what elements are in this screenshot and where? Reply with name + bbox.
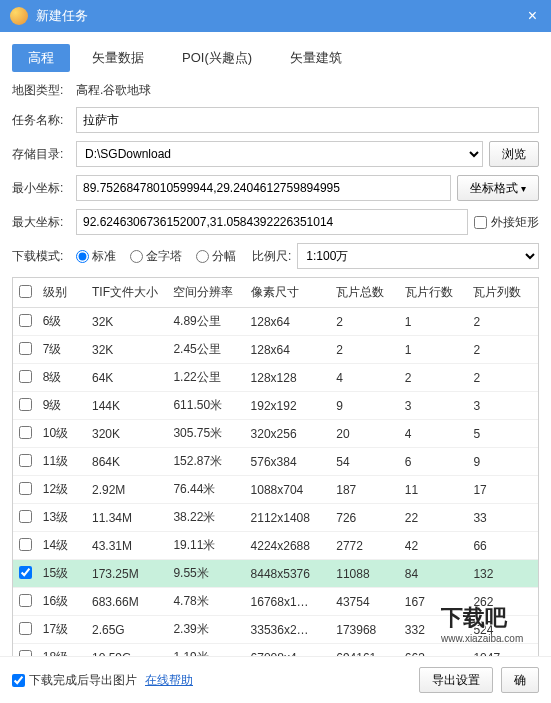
cell-size: 173.25M bbox=[88, 560, 169, 588]
cell-rows: 22 bbox=[401, 504, 470, 532]
storage-row: 存储目录: D:\SGDownload 浏览 bbox=[12, 141, 539, 167]
cell-cols: 33 bbox=[469, 504, 538, 532]
table-row[interactable]: 7级32K2.45公里128x64212 bbox=[13, 336, 538, 364]
cell-pixel: 576x384 bbox=[247, 448, 333, 476]
table-row[interactable]: 10级320K305.75米320x2562045 bbox=[13, 420, 538, 448]
cell-cols: 262 bbox=[469, 588, 538, 616]
close-icon[interactable]: × bbox=[524, 7, 541, 25]
cell-pixel: 192x192 bbox=[247, 392, 333, 420]
table-row[interactable]: 16级683.66M4.78米16768x1…43754167262 bbox=[13, 588, 538, 616]
cell-level: 18级 bbox=[39, 644, 88, 658]
task-name-row: 任务名称: bbox=[12, 107, 539, 133]
row-checkbox[interactable] bbox=[19, 594, 32, 607]
task-name-input[interactable] bbox=[76, 107, 539, 133]
cell-level: 11级 bbox=[39, 448, 88, 476]
cell-pixel: 16768x1… bbox=[247, 588, 333, 616]
cell-rows: 2 bbox=[401, 364, 470, 392]
bounding-rect-checkbox[interactable]: 外接矩形 bbox=[474, 214, 539, 231]
table-row[interactable]: 15级173.25M9.55米8448x53761108884132 bbox=[13, 560, 538, 588]
header-level: 级别 bbox=[39, 278, 88, 308]
table-row[interactable]: 11级864K152.87米576x3845469 bbox=[13, 448, 538, 476]
cell-rows: 6 bbox=[401, 448, 470, 476]
table-row[interactable]: 14级43.31M19.11米4224x268827724266 bbox=[13, 532, 538, 560]
min-coord-row: 最小坐标: 坐标格式 bbox=[12, 175, 539, 201]
row-checkbox[interactable] bbox=[19, 342, 32, 355]
export-after-checkbox[interactable]: 下载完成后导出图片 bbox=[12, 672, 137, 689]
table-row[interactable]: 9级144K611.50米192x192933 bbox=[13, 392, 538, 420]
row-checkbox[interactable] bbox=[19, 314, 32, 327]
cell-rows: 1 bbox=[401, 336, 470, 364]
browse-button[interactable]: 浏览 bbox=[489, 141, 539, 167]
max-coord-input[interactable] bbox=[76, 209, 468, 235]
row-checkbox[interactable] bbox=[19, 454, 32, 467]
tab-poi[interactable]: POI(兴趣点) bbox=[166, 44, 268, 72]
storage-select[interactable]: D:\SGDownload bbox=[76, 141, 483, 167]
cell-pixel: 33536x2… bbox=[247, 616, 333, 644]
cell-level: 6级 bbox=[39, 308, 88, 336]
row-checkbox[interactable] bbox=[19, 510, 32, 523]
row-checkbox[interactable] bbox=[19, 538, 32, 551]
max-coord-label: 最大坐标: bbox=[12, 214, 70, 231]
window-title: 新建任务 bbox=[36, 7, 524, 25]
level-table: 级别 TIF文件大小 空间分辨率 像素尺寸 瓦片总数 瓦片行数 瓦片列数 6级3… bbox=[12, 277, 539, 657]
row-checkbox[interactable] bbox=[19, 482, 32, 495]
cell-total: 2 bbox=[332, 336, 401, 364]
table-row[interactable]: 13级11.34M38.22米2112x14087262233 bbox=[13, 504, 538, 532]
cell-res: 9.55米 bbox=[169, 560, 246, 588]
row-checkbox[interactable] bbox=[19, 426, 32, 439]
cell-size: 320K bbox=[88, 420, 169, 448]
cell-res: 4.89公里 bbox=[169, 308, 246, 336]
cell-level: 17级 bbox=[39, 616, 88, 644]
cell-size: 864K bbox=[88, 448, 169, 476]
row-checkbox[interactable] bbox=[19, 622, 32, 635]
coord-format-button[interactable]: 坐标格式 bbox=[457, 175, 539, 201]
row-checkbox[interactable] bbox=[19, 398, 32, 411]
cell-rows: 42 bbox=[401, 532, 470, 560]
tabs: 高程 矢量数据 POI(兴趣点) 矢量建筑 bbox=[12, 44, 539, 72]
cell-pixel: 8448x5376 bbox=[247, 560, 333, 588]
cell-rows: 4 bbox=[401, 420, 470, 448]
table-header-row: 级别 TIF文件大小 空间分辨率 像素尺寸 瓦片总数 瓦片行数 瓦片列数 bbox=[13, 278, 538, 308]
cell-level: 12级 bbox=[39, 476, 88, 504]
max-coord-row: 最大坐标: 外接矩形 bbox=[12, 209, 539, 235]
bounding-rect-input[interactable] bbox=[474, 216, 487, 229]
radio-pyramid[interactable]: 金字塔 bbox=[130, 248, 182, 265]
cell-cols: 1047 bbox=[469, 644, 538, 658]
tab-vector-data[interactable]: 矢量数据 bbox=[76, 44, 160, 72]
cell-total: 54 bbox=[332, 448, 401, 476]
ok-button[interactable]: 确 bbox=[501, 667, 539, 693]
cell-pixel: 128x128 bbox=[247, 364, 333, 392]
table-row[interactable]: 6级32K4.89公里128x64212 bbox=[13, 308, 538, 336]
download-mode-radios: 标准 金字塔 分幅 bbox=[76, 248, 246, 265]
header-checkbox[interactable] bbox=[13, 278, 39, 308]
tab-vector-building[interactable]: 矢量建筑 bbox=[274, 44, 358, 72]
scale-select[interactable]: 1:100万 bbox=[297, 243, 539, 269]
cell-res: 2.45公里 bbox=[169, 336, 246, 364]
cell-res: 4.78米 bbox=[169, 588, 246, 616]
cell-level: 7级 bbox=[39, 336, 88, 364]
cell-size: 10.59G bbox=[88, 644, 169, 658]
radio-standard[interactable]: 标准 bbox=[76, 248, 116, 265]
cell-size: 43.31M bbox=[88, 532, 169, 560]
export-settings-button[interactable]: 导出设置 bbox=[419, 667, 493, 693]
map-type-label: 地图类型: bbox=[12, 82, 70, 99]
titlebar: 新建任务 × bbox=[0, 0, 551, 32]
cell-size: 32K bbox=[88, 336, 169, 364]
table-row[interactable]: 12级2.92M76.44米1088x7041871117 bbox=[13, 476, 538, 504]
tab-elevation[interactable]: 高程 bbox=[12, 44, 70, 72]
cell-level: 10级 bbox=[39, 420, 88, 448]
cell-size: 32K bbox=[88, 308, 169, 336]
online-help-link[interactable]: 在线帮助 bbox=[145, 672, 193, 689]
radio-split[interactable]: 分幅 bbox=[196, 248, 236, 265]
cell-rows: 3 bbox=[401, 392, 470, 420]
cell-total: 4 bbox=[332, 364, 401, 392]
table-row[interactable]: 18级10.59G1.19米67008x4…6941616631047 bbox=[13, 644, 538, 658]
header-pixel: 像素尺寸 bbox=[247, 278, 333, 308]
min-coord-input[interactable] bbox=[76, 175, 451, 201]
row-checkbox[interactable] bbox=[19, 566, 32, 579]
table-row[interactable]: 8级64K1.22公里128x128422 bbox=[13, 364, 538, 392]
row-checkbox[interactable] bbox=[19, 370, 32, 383]
table-row[interactable]: 17级2.65G2.39米33536x2…173968332524 bbox=[13, 616, 538, 644]
cell-level: 14级 bbox=[39, 532, 88, 560]
cell-total: 11088 bbox=[332, 560, 401, 588]
